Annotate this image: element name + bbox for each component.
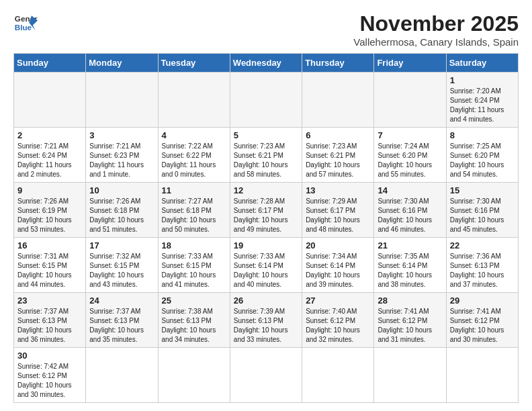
calendar-week-row: 2Sunrise: 7:21 AM Sunset: 6:24 PM Daylig…: [14, 128, 519, 183]
calendar-week-row: 16Sunrise: 7:31 AM Sunset: 6:15 PM Dayli…: [14, 238, 519, 293]
title-area: November 2025 Vallehermosa, Canary Islan…: [353, 11, 519, 48]
calendar-cell: 3Sunrise: 7:21 AM Sunset: 6:23 PM Daylig…: [86, 128, 158, 183]
month-title: November 2025: [353, 11, 519, 36]
day-info: Sunrise: 7:41 AM Sunset: 6:12 PM Dayligh…: [450, 307, 515, 345]
day-number: 14: [378, 185, 442, 195]
header: General Blue November 2025 Vallehermosa,…: [13, 11, 519, 48]
calendar-cell: [302, 73, 374, 128]
day-number: 6: [306, 130, 370, 140]
day-header-wednesday: Wednesday: [230, 54, 302, 73]
day-info: Sunrise: 7:27 AM Sunset: 6:18 PM Dayligh…: [162, 197, 226, 234]
day-info: Sunrise: 7:21 AM Sunset: 6:23 PM Dayligh…: [89, 142, 154, 179]
day-info: Sunrise: 7:33 AM Sunset: 6:15 PM Dayligh…: [162, 252, 226, 289]
day-number: 13: [306, 185, 370, 195]
day-info: Sunrise: 7:37 AM Sunset: 6:13 PM Dayligh…: [89, 307, 154, 345]
day-info: Sunrise: 7:29 AM Sunset: 6:17 PM Dayligh…: [306, 197, 370, 234]
day-number: 11: [162, 185, 226, 195]
calendar-cell: 27Sunrise: 7:40 AM Sunset: 6:12 PM Dayli…: [302, 293, 374, 348]
calendar-cell: 1Sunrise: 7:20 AM Sunset: 6:24 PM Daylig…: [446, 73, 518, 128]
calendar-cell: 23Sunrise: 7:37 AM Sunset: 6:13 PM Dayli…: [14, 293, 86, 348]
day-info: Sunrise: 7:32 AM Sunset: 6:15 PM Dayligh…: [89, 252, 154, 289]
day-info: Sunrise: 7:42 AM Sunset: 6:12 PM Dayligh…: [17, 362, 82, 400]
location-subtitle: Vallehermosa, Canary Islands, Spain: [353, 36, 519, 48]
day-number: 18: [162, 240, 226, 250]
day-header-monday: Monday: [86, 54, 158, 73]
day-info: Sunrise: 7:26 AM Sunset: 6:19 PM Dayligh…: [17, 197, 82, 234]
calendar-cell: 24Sunrise: 7:37 AM Sunset: 6:13 PM Dayli…: [86, 293, 158, 348]
day-number: 25: [162, 295, 226, 306]
day-info: Sunrise: 7:38 AM Sunset: 6:13 PM Dayligh…: [162, 307, 226, 345]
day-info: Sunrise: 7:40 AM Sunset: 6:12 PM Dayligh…: [306, 307, 370, 345]
calendar-cell: 11Sunrise: 7:27 AM Sunset: 6:18 PM Dayli…: [158, 183, 230, 238]
day-header-sunday: Sunday: [14, 54, 86, 73]
calendar-week-row: 1Sunrise: 7:20 AM Sunset: 6:24 PM Daylig…: [14, 73, 519, 128]
day-info: Sunrise: 7:30 AM Sunset: 6:16 PM Dayligh…: [378, 197, 442, 234]
day-info: Sunrise: 7:39 AM Sunset: 6:13 PM Dayligh…: [234, 307, 298, 345]
calendar-cell: 12Sunrise: 7:28 AM Sunset: 6:17 PM Dayli…: [230, 183, 302, 238]
calendar-cell: 8Sunrise: 7:25 AM Sunset: 6:20 PM Daylig…: [446, 128, 518, 183]
calendar-cell: [446, 348, 518, 403]
day-number: 26: [234, 295, 298, 306]
day-info: Sunrise: 7:23 AM Sunset: 6:21 PM Dayligh…: [306, 142, 370, 179]
calendar-cell: [14, 73, 86, 128]
day-number: 1: [450, 75, 515, 85]
calendar-cell: [230, 73, 302, 128]
calendar-cell: [374, 348, 446, 403]
calendar-cell: 20Sunrise: 7:34 AM Sunset: 6:14 PM Dayli…: [302, 238, 374, 293]
day-info: Sunrise: 7:31 AM Sunset: 6:15 PM Dayligh…: [17, 252, 82, 289]
calendar-cell: [86, 348, 158, 403]
calendar-week-row: 30Sunrise: 7:42 AM Sunset: 6:12 PM Dayli…: [14, 348, 519, 403]
day-info: Sunrise: 7:25 AM Sunset: 6:20 PM Dayligh…: [450, 142, 515, 179]
day-info: Sunrise: 7:35 AM Sunset: 6:14 PM Dayligh…: [378, 252, 442, 289]
day-number: 29: [450, 295, 515, 306]
day-header-saturday: Saturday: [446, 54, 518, 73]
day-number: 9: [17, 185, 82, 195]
calendar-cell: 25Sunrise: 7:38 AM Sunset: 6:13 PM Dayli…: [158, 293, 230, 348]
calendar-cell: 14Sunrise: 7:30 AM Sunset: 6:16 PM Dayli…: [374, 183, 446, 238]
day-header-friday: Friday: [374, 54, 446, 73]
day-info: Sunrise: 7:23 AM Sunset: 6:21 PM Dayligh…: [234, 142, 298, 179]
calendar-cell: 19Sunrise: 7:33 AM Sunset: 6:14 PM Dayli…: [230, 238, 302, 293]
calendar-cell: 22Sunrise: 7:36 AM Sunset: 6:13 PM Dayli…: [446, 238, 518, 293]
day-number: 3: [89, 130, 154, 140]
day-number: 21: [378, 240, 442, 250]
calendar-cell: 4Sunrise: 7:22 AM Sunset: 6:22 PM Daylig…: [158, 128, 230, 183]
day-number: 23: [17, 295, 82, 306]
calendar-cell: 6Sunrise: 7:23 AM Sunset: 6:21 PM Daylig…: [302, 128, 374, 183]
calendar-cell: 26Sunrise: 7:39 AM Sunset: 6:13 PM Dayli…: [230, 293, 302, 348]
day-number: 7: [378, 130, 442, 140]
day-info: Sunrise: 7:36 AM Sunset: 6:13 PM Dayligh…: [450, 252, 515, 289]
calendar-cell: 28Sunrise: 7:41 AM Sunset: 6:12 PM Dayli…: [374, 293, 446, 348]
day-number: 22: [450, 240, 515, 250]
day-number: 30: [17, 351, 82, 361]
calendar-cell: [158, 73, 230, 128]
calendar-cell: [302, 348, 374, 403]
day-info: Sunrise: 7:34 AM Sunset: 6:14 PM Dayligh…: [306, 252, 370, 289]
day-info: Sunrise: 7:24 AM Sunset: 6:20 PM Dayligh…: [378, 142, 442, 179]
generalblue-logo-icon: General Blue: [13, 11, 38, 35]
day-number: 27: [306, 295, 370, 306]
calendar-table: SundayMondayTuesdayWednesdayThursdayFrid…: [13, 53, 519, 403]
day-info: Sunrise: 7:33 AM Sunset: 6:14 PM Dayligh…: [234, 252, 298, 289]
day-info: Sunrise: 7:41 AM Sunset: 6:12 PM Dayligh…: [378, 307, 442, 345]
calendar-cell: [86, 73, 158, 128]
calendar-cell: 7Sunrise: 7:24 AM Sunset: 6:20 PM Daylig…: [374, 128, 446, 183]
day-number: 17: [89, 240, 154, 250]
calendar-header-row: SundayMondayTuesdayWednesdayThursdayFrid…: [14, 54, 519, 73]
day-number: 28: [378, 295, 442, 306]
day-number: 15: [450, 185, 515, 195]
day-number: 24: [89, 295, 154, 306]
day-number: 10: [89, 185, 154, 195]
day-header-tuesday: Tuesday: [158, 54, 230, 73]
day-number: 12: [234, 185, 298, 195]
day-info: Sunrise: 7:20 AM Sunset: 6:24 PM Dayligh…: [450, 87, 515, 124]
svg-text:Blue: Blue: [15, 23, 32, 32]
calendar-week-row: 23Sunrise: 7:37 AM Sunset: 6:13 PM Dayli…: [14, 293, 519, 348]
calendar-cell: 9Sunrise: 7:26 AM Sunset: 6:19 PM Daylig…: [14, 183, 86, 238]
day-info: Sunrise: 7:37 AM Sunset: 6:13 PM Dayligh…: [17, 307, 82, 345]
calendar-cell: 21Sunrise: 7:35 AM Sunset: 6:14 PM Dayli…: [374, 238, 446, 293]
day-number: 8: [450, 130, 515, 140]
calendar-cell: 30Sunrise: 7:42 AM Sunset: 6:12 PM Dayli…: [14, 348, 86, 403]
day-info: Sunrise: 7:21 AM Sunset: 6:24 PM Dayligh…: [17, 142, 82, 179]
calendar-cell: 15Sunrise: 7:30 AM Sunset: 6:16 PM Dayli…: [446, 183, 518, 238]
